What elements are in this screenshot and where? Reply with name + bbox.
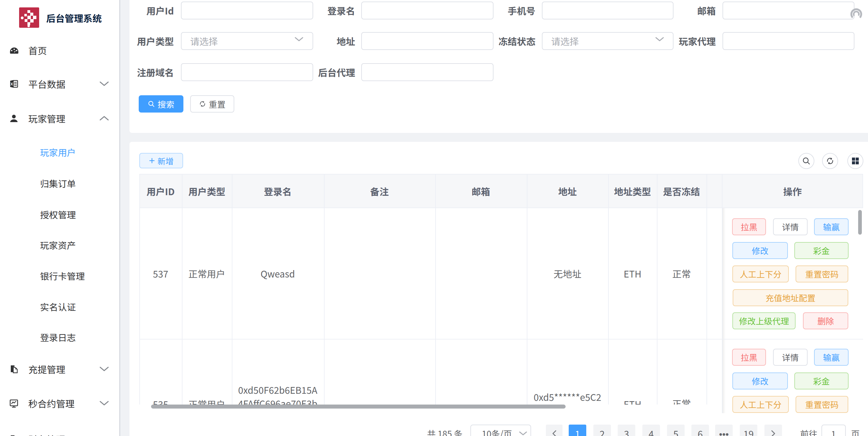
svg-text:X: X bbox=[10, 82, 13, 86]
